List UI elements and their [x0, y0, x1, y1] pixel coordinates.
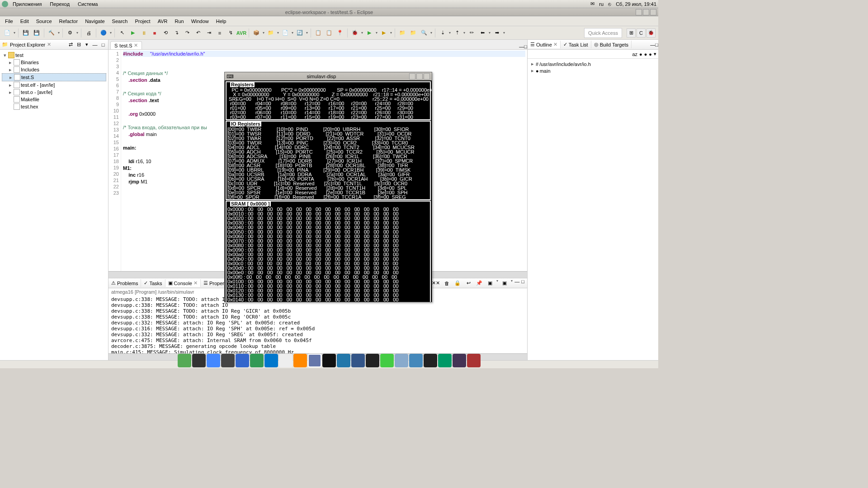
tab-tasks[interactable]: ✓Tasks: [141, 279, 165, 287]
gnome-logo-icon[interactable]: [2, 1, 8, 7]
dock-vlc-icon[interactable]: [293, 354, 307, 367]
step-return-button[interactable]: ↶: [193, 28, 203, 38]
suspend-button[interactable]: ⏸: [139, 28, 148, 38]
debug-perspective-button[interactable]: 🐞: [646, 28, 656, 38]
dock-eclipse-icon[interactable]: [453, 354, 466, 367]
simulavr-titlebar[interactable]: ⌨ simulavr-disp: [225, 72, 432, 80]
tree-item-binaries[interactable]: ▸Binaries: [2, 59, 106, 66]
view-menu-icon[interactable]: ▾: [84, 42, 90, 48]
editor-tab-test-s[interactable]: S test.S ✕: [110, 41, 142, 49]
new-cpp-button[interactable]: 📦: [252, 28, 261, 38]
menu-help[interactable]: Help: [213, 18, 230, 25]
close-console-icon[interactable]: ✕: [193, 280, 198, 286]
forward-button[interactable]: ➡: [492, 28, 501, 38]
network-icon[interactable]: ⎋: [608, 1, 611, 7]
console-remove-all-icon[interactable]: ✕✕: [431, 279, 440, 288]
dock-term2-icon[interactable]: [467, 354, 481, 367]
sort-icon[interactable]: az: [632, 52, 637, 57]
dock-skype-icon[interactable]: [395, 354, 408, 367]
use-step-filters-button[interactable]: ↯: [226, 28, 235, 38]
hide-nonpublic-icon[interactable]: ●: [649, 52, 652, 57]
menu-navigate[interactable]: Navigate: [82, 18, 108, 25]
sim-minimize[interactable]: [409, 73, 415, 80]
console-scroll-lock-icon[interactable]: 🔒: [453, 279, 462, 288]
last-edit-button[interactable]: ✏: [467, 28, 476, 38]
tab-tasklist[interactable]: ✓Task List: [561, 41, 591, 48]
clock[interactable]: Сб, 29 июл, 19:41: [616, 1, 656, 7]
tree-item-test-elf----avr-le-[interactable]: ▸test.elf - [avr/le]: [2, 81, 106, 89]
ext-tools-button[interactable]: 📁: [398, 28, 407, 38]
outline-menu-icon[interactable]: ▾: [654, 51, 656, 57]
perspective-button[interactable]: 🔵: [99, 28, 108, 38]
hide-static-icon[interactable]: ●: [644, 52, 647, 57]
open-perspective-button[interactable]: ⊞: [627, 28, 636, 38]
dock-code-icon[interactable]: [337, 354, 350, 367]
tree-item-test-s[interactable]: ▸test.S: [2, 73, 106, 81]
dock-unreal-icon[interactable]: [366, 354, 379, 367]
tree-item-includes[interactable]: ▸Includes: [2, 66, 106, 73]
sim-close[interactable]: [424, 73, 430, 80]
instruction-step-button[interactable]: ⇥: [204, 28, 213, 38]
open-task-button[interactable]: 📋: [314, 28, 323, 38]
menu-edit[interactable]: Edit: [17, 18, 32, 25]
tab-problems[interactable]: ⚠Problems: [108, 279, 141, 287]
dock-arduino-icon[interactable]: [438, 354, 452, 367]
keyboard-layout[interactable]: ru: [599, 1, 604, 7]
console-output[interactable]: devsupp.c:338: MESSAGE: TODO: attach IO …: [108, 296, 527, 353]
search-button[interactable]: 🔍: [420, 28, 429, 38]
console-display-icon[interactable]: ▣: [486, 279, 495, 288]
close-outline-icon[interactable]: ✕: [553, 42, 557, 47]
editor-maximize-icon[interactable]: □: [524, 44, 527, 49]
tab-console[interactable]: ▣Console✕: [165, 279, 201, 287]
tree-item-test-o----avr-le-[interactable]: ▸test.o - [avr/le]: [2, 89, 106, 96]
tab-build-targets[interactable]: ◎Build Targets: [591, 41, 632, 48]
console-wrap-icon[interactable]: ↩: [464, 279, 473, 288]
editor-minimize-icon[interactable]: —: [519, 44, 524, 49]
dock-qt-icon[interactable]: [380, 354, 394, 367]
disconnect-button[interactable]: ⟲: [161, 28, 170, 38]
dock-editor-icon[interactable]: [250, 354, 264, 367]
new-file-button[interactable]: 📄: [281, 28, 290, 38]
menu-window[interactable]: Window: [188, 18, 212, 25]
menu-file[interactable]: File: [2, 18, 16, 25]
outline-item-main[interactable]: ▸●main: [529, 67, 656, 74]
dock-text-icon[interactable]: [279, 354, 292, 367]
save-all-button[interactable]: 💾: [32, 28, 41, 38]
outline-maximize-icon[interactable]: □: [655, 42, 658, 47]
cpp-perspective-button[interactable]: C: [637, 28, 646, 38]
run-button[interactable]: ▶: [365, 28, 374, 38]
back-button[interactable]: ⬅: [478, 28, 487, 38]
menu-applications[interactable]: Приложения: [9, 1, 45, 7]
new-button[interactable]: 📄: [3, 28, 12, 38]
dock-obs-icon[interactable]: [351, 354, 365, 367]
prev-annotation-button[interactable]: ⇡: [453, 28, 462, 38]
outline-minimize-icon[interactable]: —: [650, 42, 655, 47]
console-minimize-icon[interactable]: —: [514, 279, 519, 288]
dock-vmware-icon[interactable]: [264, 354, 278, 367]
link-editor-icon[interactable]: ⇄: [67, 42, 74, 48]
menu-places[interactable]: Переход: [46, 1, 73, 7]
dock-terminal-icon[interactable]: [192, 354, 206, 367]
profile-button[interactable]: ▶: [379, 28, 388, 38]
menu-run[interactable]: Run: [171, 18, 187, 25]
menu-project[interactable]: Project: [132, 18, 153, 25]
drop-frame-button[interactable]: ≡: [215, 28, 224, 38]
dock-files-icon[interactable]: [178, 354, 191, 367]
terminate-button[interactable]: ■: [150, 28, 159, 38]
console-pin-icon[interactable]: 📌: [475, 279, 484, 288]
menu-source[interactable]: Source: [33, 18, 55, 25]
window-minimize[interactable]: [636, 9, 642, 15]
dock-kdenlive-icon[interactable]: [236, 354, 249, 367]
sim-maximize[interactable]: [416, 73, 423, 80]
minimize-pane-icon[interactable]: —: [92, 42, 98, 48]
refresh-button[interactable]: 🔄: [295, 28, 304, 38]
console-open-icon[interactable]: ▣: [500, 279, 509, 288]
simulavr-window[interactable]: ⌨ simulavr-disp Registers PC = 0x0000000…: [224, 72, 432, 302]
print-button[interactable]: 🖨: [84, 28, 93, 38]
project-tree[interactable]: ▾test▸Binaries▸Includes▸test.S▸test.elf …: [0, 50, 108, 360]
dock-vk-icon[interactable]: [409, 354, 423, 367]
maximize-pane-icon[interactable]: □: [100, 42, 106, 48]
tree-item-test-hex[interactable]: test.hex: [2, 103, 106, 110]
tree-item-test[interactable]: ▾test: [2, 52, 106, 59]
close-tab-icon[interactable]: ✕: [134, 42, 138, 48]
